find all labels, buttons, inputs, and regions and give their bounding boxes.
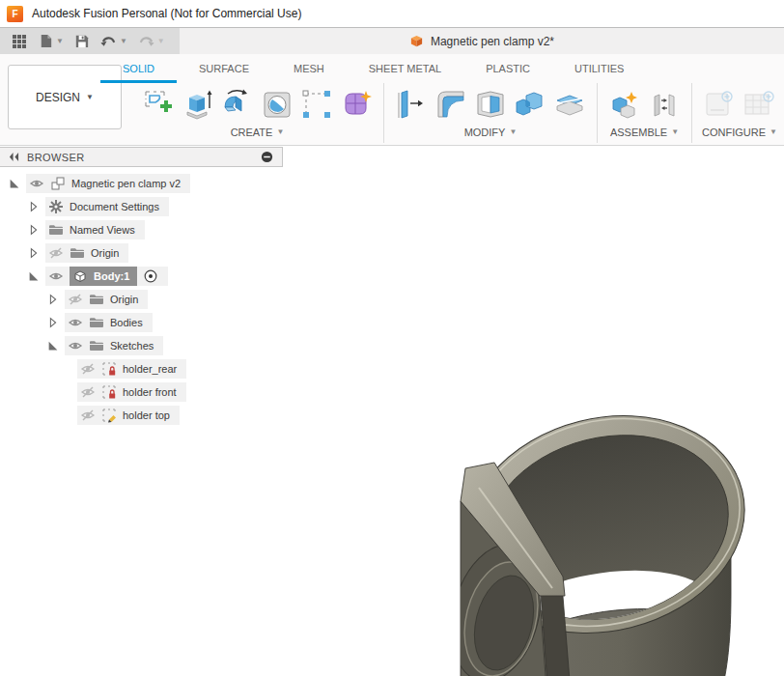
tree-item-sketch-holder-rear[interactable]: holder_rear [0,357,290,380]
tree-item-body-1[interactable]: Body:1 [0,265,290,288]
visibility-eye-icon[interactable] [29,176,44,191]
folder-icon [89,292,104,307]
configuration-icon[interactable] [702,87,737,122]
browser-title: BROWSER [27,152,253,163]
gear-icon [48,199,64,214]
group-create-dropdown[interactable]: CREATE ▼ [231,127,285,138]
tab-solid[interactable]: SOLID [100,58,177,83]
quick-toolbar-buttons: ▼ ▼ ▼ [0,28,180,54]
tab-utilities[interactable]: UTILITIES [552,58,646,83]
visibility-eye-off-icon[interactable] [68,292,83,307]
undo-button[interactable]: ▼ [97,32,130,51]
tree-item-label: Origin [110,294,138,305]
create-form-icon[interactable] [339,87,374,122]
quick-access-toolbar: ▼ ▼ ▼ Magnetic pen clamp v2* [0,27,784,54]
browser-panel: BROWSER Magnetic pen clamp v2 Document S… [0,147,290,427]
folder-icon [48,222,64,238]
visibility-eye-off-icon[interactable] [80,384,96,400]
combine-icon[interactable] [513,87,547,122]
tree-item-label: holder front [123,386,177,398]
tree-item-label: Named Views [70,224,135,236]
group-modify-caret-icon: ▼ [509,128,517,136]
expand-toggle-icon[interactable] [46,293,60,306]
visibility-eye-icon[interactable] [48,268,64,284]
file-menu-button[interactable]: ▼ [35,31,67,51]
expand-toggle-icon[interactable] [27,223,41,237]
app-grid-icon[interactable] [8,31,31,52]
title-bar: F Autodesk Fusion Personal (Not for Comm… [0,0,784,27]
expand-toggle-icon[interactable] [27,269,41,283]
group-assemble-dropdown[interactable]: ASSEMBLE ▼ [610,127,679,138]
ribbon-tabs: SOLID SURFACE MESH SHEET METAL PLASTIC U… [100,58,646,83]
visibility-eye-icon[interactable] [68,338,83,353]
ground-to-parent-icon[interactable] [143,268,158,284]
tree-item-label: Document Settings [70,201,159,212]
tree-item-sketches[interactable]: Sketches [0,334,290,357]
tree-item-sketch-holder-front[interactable]: holder front [0,380,290,404]
fusion-window: F Autodesk Fusion Personal (Not for Comm… [0,0,784,676]
expand-toggle-icon[interactable] [8,177,21,190]
configuration-table-icon[interactable] [742,87,776,122]
visibility-eye-off-icon[interactable] [80,408,96,423]
undo-caret-icon: ▼ [120,38,127,45]
expand-toggle-icon[interactable] [27,200,41,213]
split-body-icon[interactable] [552,87,587,122]
tab-sheet-metal[interactable]: SHEET METAL [347,58,463,83]
body-cube-icon [72,268,88,284]
hole-icon[interactable] [260,87,294,122]
document-tab-strip: Magnetic pen clamp v2* [180,28,784,54]
tab-plastic[interactable]: PLASTIC [463,58,552,83]
ribbon: DESIGN ▼ SOLID SURFACE MESH SHEET METAL … [0,54,784,146]
tree-item-document-settings[interactable]: Document Settings [0,195,290,218]
minimize-panel-icon[interactable] [261,151,273,163]
app-title: Autodesk Fusion Personal (Not for Commer… [32,7,301,20]
fillet-icon[interactable] [434,87,468,122]
tree-item-sketch-holder-top[interactable]: holder top [0,404,290,427]
group-configure: CONFIGURE ▼ [692,83,784,143]
group-configure-label: CONFIGURE [702,127,766,138]
tree-item-root-component[interactable]: Magnetic pen clamp v2 [0,172,290,195]
tree-item-named-views[interactable]: Named Views [0,218,290,241]
browser-tree: Magnetic pen clamp v2 Document Settings … [0,172,290,427]
document-cube-icon [409,34,424,48]
group-create-caret-icon: ▼ [276,128,284,136]
visibility-eye-off-icon[interactable] [80,361,96,377]
save-button[interactable] [70,31,93,51]
redo-button[interactable]: ▼ [134,32,168,51]
model-body-pen-clamp[interactable] [386,393,784,676]
expand-toggle-icon[interactable] [27,246,41,260]
collapse-panel-icon[interactable] [9,152,19,162]
visibility-eye-off-icon[interactable] [48,245,64,261]
document-tab[interactable]: Magnetic pen clamp v2* [409,34,554,48]
group-assemble: ASSEMBLE ▼ [598,83,692,143]
tree-item-origin[interactable]: Origin [0,241,290,265]
revolve-icon[interactable] [220,87,255,122]
fusion-logo-icon: F [7,6,23,22]
document-tab-label: Magnetic pen clamp v2* [431,35,554,48]
tab-surface[interactable]: SURFACE [177,58,271,83]
expand-toggle-icon[interactable] [46,316,60,329]
extrude-icon[interactable] [181,87,215,122]
sketch-editable-icon [101,408,117,423]
group-configure-dropdown[interactable]: CONFIGURE ▼ [702,127,777,138]
joint-icon[interactable] [647,87,682,122]
group-modify-dropdown[interactable]: MODIFY ▼ [464,127,518,138]
create-sketch-icon[interactable] [141,87,176,122]
group-create-label: CREATE [231,127,273,138]
press-pull-icon[interactable] [394,87,429,122]
rectangular-pattern-icon[interactable] [299,87,334,122]
visibility-eye-icon[interactable] [68,315,83,330]
new-component-icon[interactable] [607,87,642,122]
tree-item-body-origin[interactable]: Origin [0,288,290,311]
expand-toggle-icon[interactable] [46,339,60,352]
file-menu-caret-icon: ▼ [56,38,64,45]
ribbon-groups: CREATE ▼ MODIFY ▼ [131,83,784,143]
tree-item-bodies[interactable]: Bodies [0,311,290,334]
group-modify-label: MODIFY [464,127,506,138]
folder-icon [89,338,104,353]
folder-icon [89,315,104,330]
tab-mesh[interactable]: MESH [271,58,347,83]
workspace-selector-label: DESIGN [36,91,80,104]
group-configure-caret-icon: ▼ [770,128,777,136]
shell-icon[interactable] [473,87,508,122]
